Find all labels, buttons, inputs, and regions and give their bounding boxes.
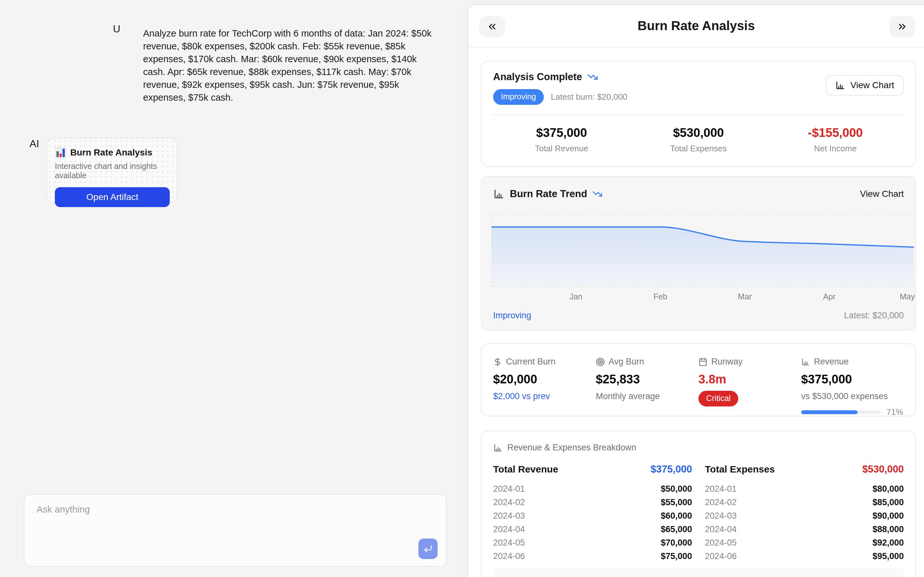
metric-revenue: Revenue $375,000 vs $530,000 expenses 71… xyxy=(801,357,904,417)
table-row: 2024-04$65,000 xyxy=(493,522,692,536)
table-row: 2024-01$80,000 xyxy=(705,482,904,496)
trending-down-icon xyxy=(592,189,603,199)
artifact-card-subtitle: Interactive chart and insights available xyxy=(55,161,170,180)
trend-latest-text: Latest: $20,000 xyxy=(844,311,904,321)
metric-label: Revenue xyxy=(814,357,849,367)
table-row: 2024-03$60,000 xyxy=(493,509,692,522)
table-row: 2024-05$92,000 xyxy=(705,536,904,550)
metric-label: Avg Burn xyxy=(609,357,644,367)
user-avatar: U xyxy=(113,23,120,35)
bar-chart-icon xyxy=(835,80,845,90)
summary-title: Analysis Complete xyxy=(493,71,582,83)
metric-runway: Runway 3.8m Critical xyxy=(698,357,801,417)
burn-rate-trend-card: Burn Rate Trend View Chart xyxy=(481,176,916,330)
trend-status-text: Improving xyxy=(493,311,531,321)
expenses-column-header: Total Expenses xyxy=(705,464,775,475)
total-revenue-label: Total Revenue xyxy=(493,143,630,153)
table-row: 2024-05$70,000 xyxy=(493,536,692,550)
x-tick-mar: Mar xyxy=(738,292,752,301)
bar-chart-icon xyxy=(493,188,505,200)
metric-sub: Monthly average xyxy=(596,392,698,401)
chevrons-right-icon xyxy=(897,21,908,32)
ai-avatar: AI xyxy=(29,138,39,150)
trend-view-chart-button[interactable]: View Chart xyxy=(860,189,904,199)
message-input-box xyxy=(24,494,447,567)
artifact-preview-card: Burn Rate Analysis Interactive chart and… xyxy=(47,138,178,203)
x-tick-apr: Apr xyxy=(823,292,835,301)
dollar-sign-icon xyxy=(493,358,502,366)
metric-label: Current Burn xyxy=(506,357,556,367)
revenue-column-total: $375,000 xyxy=(651,464,692,475)
x-tick-may: May xyxy=(900,292,915,301)
summary-stat-net-income: -$155,000 Net Income xyxy=(767,126,904,153)
summary-stat-revenue: $375,000 Total Revenue xyxy=(493,126,630,153)
table-row: 2024-02$85,000 xyxy=(705,496,904,509)
expenses-column-total: $530,000 xyxy=(863,464,904,475)
analysis-summary-card: Analysis Complete Improving Latest burn:… xyxy=(481,61,916,167)
progress-percent: 71% xyxy=(887,407,903,417)
artifact-card-title: Burn Rate Analysis xyxy=(70,147,152,158)
metric-sub: $2,000 vs prev xyxy=(493,392,596,401)
artifact-panel-content: Analysis Complete Improving Latest burn:… xyxy=(468,47,924,577)
table-row: 2024-04$88,000 xyxy=(705,522,904,536)
net-income-label: Net Income xyxy=(767,143,904,153)
summary-divider xyxy=(492,114,905,115)
chat-pane: U Analyze burn rate for TechCorp with 6 … xyxy=(0,0,468,577)
key-metrics-card: Current Burn $20,000 $2,000 vs prev Avg … xyxy=(481,343,916,416)
metric-value: 3.8m xyxy=(698,372,801,386)
revenue-column-header: Total Revenue xyxy=(493,464,558,475)
total-revenue-value: $375,000 xyxy=(493,126,630,140)
x-tick-feb: Feb xyxy=(654,292,667,301)
table-row: 2024-06$75,000 xyxy=(493,550,692,563)
net-income-box: Net Income -$155,000 Loss-making over th… xyxy=(493,568,904,577)
status-badge: Improving xyxy=(493,89,544,105)
total-expenses-value: $530,000 xyxy=(630,126,767,140)
open-artifact-button[interactable]: Open Artifact xyxy=(55,187,170,207)
message-input[interactable] xyxy=(37,504,389,543)
view-chart-button[interactable]: View Chart xyxy=(825,75,904,95)
latest-burn-text: Latest burn: $20,000 xyxy=(551,92,628,102)
metric-avg-burn: Avg Burn $25,833 Monthly average xyxy=(596,357,698,417)
user-message: Analyze burn rate for TechCorp with 6 mo… xyxy=(143,27,436,104)
metric-label: Runway xyxy=(711,357,743,367)
app-root: U Analyze burn rate for TechCorp with 6 … xyxy=(0,0,924,577)
trend-title: Burn Rate Trend xyxy=(510,188,587,200)
enter-key-icon xyxy=(423,544,433,554)
artifact-panel-header: Burn Rate Analysis xyxy=(468,5,924,47)
target-icon xyxy=(596,358,605,366)
breakdown-card: Revenue & Expenses Breakdown Total Reven… xyxy=(481,430,916,577)
artifact-panel: Burn Rate Analysis Analysis Complete xyxy=(468,5,924,577)
summary-stat-expenses: $530,000 Total Expenses xyxy=(630,126,767,153)
calendar-icon xyxy=(698,358,708,366)
revenue-column: Total Revenue $375,000 2024-01$50,000 20… xyxy=(493,462,692,563)
metric-value: $375,000 xyxy=(801,372,904,386)
x-tick-jan: Jan xyxy=(569,292,582,301)
metric-value: $20,000 xyxy=(493,372,596,386)
x-axis-labels: Jan Feb Mar Apr May xyxy=(491,292,914,303)
metric-current-burn: Current Burn $20,000 $2,000 vs prev xyxy=(493,357,596,417)
burn-rate-line-chart[interactable] xyxy=(491,214,914,287)
net-income-value: -$155,000 xyxy=(767,126,904,140)
expand-panel-button[interactable] xyxy=(889,16,915,37)
area-chart-svg xyxy=(491,214,914,287)
view-chart-label: View Chart xyxy=(851,80,894,90)
table-row: 2024-01$50,000 xyxy=(493,482,692,496)
bar-chart-emoji-icon xyxy=(55,147,66,158)
total-expenses-label: Total Expenses xyxy=(630,143,767,153)
artifact-title: Burn Rate Analysis xyxy=(468,19,924,33)
bar-chart-icon xyxy=(493,443,503,453)
trending-down-icon xyxy=(587,71,598,82)
critical-badge: Critical xyxy=(698,391,738,406)
table-row: 2024-06$95,000 xyxy=(705,550,904,563)
breakdown-title: Revenue & Expenses Breakdown xyxy=(507,443,636,453)
metric-value: $25,833 xyxy=(596,372,698,386)
expenses-column: Total Expenses $530,000 2024-01$80,000 2… xyxy=(705,462,904,563)
table-row: 2024-02$55,000 xyxy=(493,496,692,509)
bar-chart-icon xyxy=(801,358,810,366)
send-button[interactable] xyxy=(418,538,438,559)
metric-sub: vs $530,000 expenses xyxy=(801,392,904,401)
revenue-vs-expenses-progress xyxy=(801,410,881,414)
table-row: 2024-03$90,000 xyxy=(705,509,904,522)
